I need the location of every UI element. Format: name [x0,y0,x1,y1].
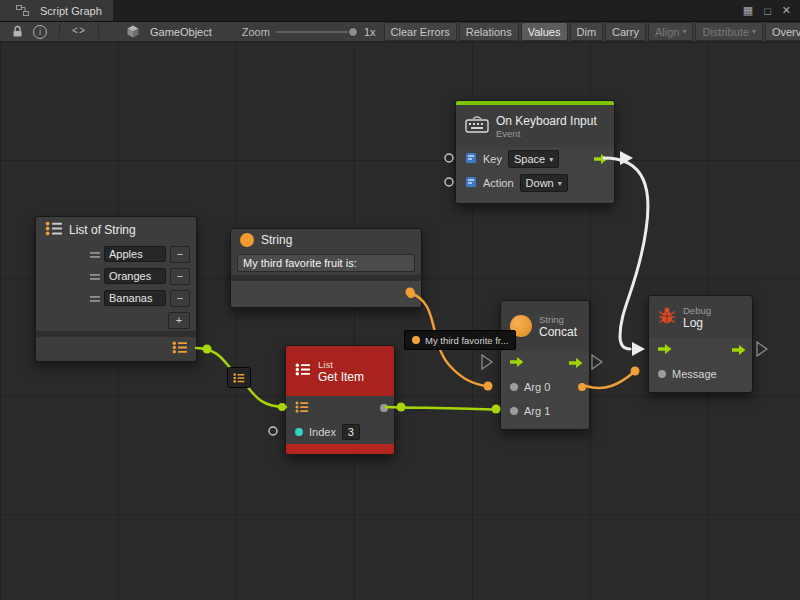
node-header: String [231,229,421,251]
message-label: Message [672,368,717,380]
control-wire-arrow [632,342,645,356]
node-debug-log[interactable]: Debug Log Message [648,295,753,393]
node-string-literal[interactable]: String My third favorite fruit is: [230,228,422,308]
list-item-input[interactable]: Apples [104,246,166,262]
dim-button[interactable]: Dim [570,22,604,41]
node-on-keyboard-input[interactable]: On Keyboard Input Event Key Space ▾ [455,100,615,204]
tab-title: Script Graph [40,5,102,17]
node-title: Log [683,316,711,330]
control-flow-row [501,351,589,375]
maximize-icon[interactable]: □ [764,5,771,17]
control-output-port[interactable] [732,345,746,355]
tab-script-graph[interactable]: Script Graph [0,0,113,21]
add-item-button[interactable]: + [168,312,190,329]
node-get-item[interactable]: List Get Item I [285,345,395,455]
overview-button[interactable]: Overv [765,22,800,41]
item-output-port[interactable] [380,404,388,412]
wire-dot [484,382,493,391]
list-item-input[interactable]: Oranges [104,268,166,284]
string-output-port[interactable] [407,290,415,298]
window-menu-icon[interactable]: ▦ [743,4,753,17]
node-list-of-string[interactable]: List of String Apples − Oranges − Banana… [35,216,197,362]
edit-code-icon[interactable]: <> [72,26,86,37]
node-category: String [539,314,577,325]
string-output-row [231,281,421,307]
drag-handle-icon[interactable] [90,267,100,285]
wire-getitem-to-concat[interactable] [386,407,498,410]
node-header: List Get Item [286,346,394,396]
index-row: Index 3 [286,420,394,444]
zoom-slider[interactable] [276,26,358,38]
node-body: Index 3 [286,396,394,444]
distribute-button[interactable]: Distribute▾ [695,22,762,41]
list-input-port[interactable] [295,401,309,415]
values-button[interactable]: Values [521,22,568,41]
unconnected-flow-triangle[interactable] [757,342,767,356]
drag-handle-icon[interactable] [90,289,100,307]
zoom-label: Zoom [242,26,270,38]
control-output-port[interactable] [569,358,583,368]
node-header: Debug Log [649,296,752,338]
string-value-input[interactable]: My third favorite fruit is: [237,254,415,272]
arg0-input-port[interactable] [510,383,518,391]
node-category: List [318,359,364,370]
key-label: Key [483,153,502,165]
control-flow-row [649,338,752,362]
arg1-row: Arg 1 [501,399,589,423]
unconnected-port-circle[interactable] [269,427,277,435]
list-item-input[interactable]: Bananas [104,290,166,306]
index-input-port[interactable] [295,428,303,436]
index-label: Index [309,426,336,438]
keycode-type-icon [465,176,477,190]
control-wire-arrow [620,151,633,165]
control-input-port[interactable] [510,357,524,369]
gameobject-button[interactable]: GameObject [122,25,212,38]
message-input-port[interactable] [658,370,666,378]
value-preview-text: My third favorite fr... [425,335,508,346]
carry-button[interactable]: Carry [605,22,646,41]
bug-icon [658,306,676,329]
list-output-port[interactable] [172,340,188,358]
unconnected-flow-triangle[interactable] [592,355,602,369]
align-button[interactable]: Align▾ [648,22,693,41]
result-output-port[interactable] [578,383,586,391]
error-footer-bar [286,444,394,454]
action-dropdown[interactable]: Down ▾ [520,174,568,192]
control-input-port[interactable] [658,344,672,356]
arg1-label: Arg 1 [524,405,550,417]
string-value-dot-icon [412,336,420,344]
node-concat[interactable]: String Concat Arg 0 [500,300,590,430]
unconnected-port-circle[interactable] [445,154,453,162]
wire-concat-to-log[interactable] [586,372,634,388]
add-item-row: + [36,309,196,331]
list-icon [233,369,245,387]
key-dropdown[interactable]: Space ▾ [508,150,559,168]
info-icon[interactable]: i [33,25,47,39]
remove-item-button[interactable]: − [170,246,190,263]
arg0-row: Arg 0 [501,375,589,399]
arg0-label: Arg 0 [524,381,550,393]
lock-icon[interactable] [12,25,23,38]
node-body: Arg 0 Arg 1 [501,351,589,429]
list-output-row [36,337,196,361]
zoom-slider-track[interactable] [276,31,358,33]
node-title: String [261,233,292,247]
drag-handle-icon[interactable] [90,245,100,263]
zoom-slider-knob[interactable] [348,27,358,37]
clear-errors-button[interactable]: Clear Errors [384,22,457,41]
keyboard-icon [465,116,489,137]
close-icon[interactable]: ✕ [782,4,791,17]
window-controls: ▦ □ ✕ [743,0,800,21]
remove-item-button[interactable]: − [170,290,190,307]
arg1-input-port[interactable] [510,407,518,415]
graph-canvas[interactable]: On Keyboard Input Event Key Space ▾ [0,42,800,600]
chevron-down-icon: ▾ [549,155,553,164]
index-input[interactable]: 3 [342,424,360,440]
unconnected-port-circle[interactable] [445,178,453,186]
unconnected-flow-triangle[interactable] [482,355,492,369]
gameobject-label: GameObject [150,26,212,38]
node-subtitle: Event [496,128,597,139]
relations-button[interactable]: Relations [459,22,519,41]
remove-item-button[interactable]: − [170,268,190,285]
control-output-port[interactable] [594,154,608,164]
